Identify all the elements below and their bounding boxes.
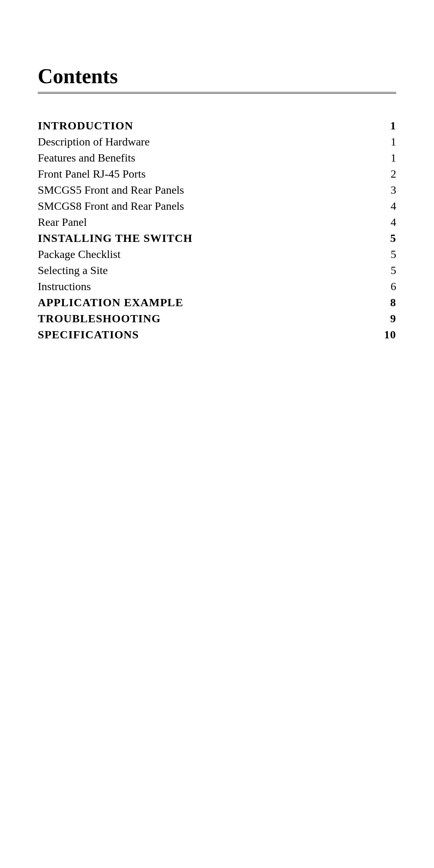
toc-label: Features and Benefits bbox=[38, 150, 372, 166]
toc-page-number: 2 bbox=[372, 166, 396, 182]
toc-row: Selecting a Site5 bbox=[38, 262, 396, 278]
toc-page-number: 6 bbox=[372, 278, 396, 295]
toc-row: Instructions6 bbox=[38, 278, 396, 295]
toc-page-number: 1 bbox=[372, 118, 396, 134]
toc-row: SMCGS8 Front and Rear Panels4 bbox=[38, 198, 396, 214]
toc-label: SPECIFICATIONS bbox=[38, 327, 372, 343]
toc-row: Features and Benefits1 bbox=[38, 150, 396, 166]
toc-row: SMCGS5 Front and Rear Panels3 bbox=[38, 182, 396, 198]
toc-page-number: 3 bbox=[372, 182, 396, 198]
toc-row: Description of Hardware1 bbox=[38, 134, 396, 150]
toc-label: SMCGS5 Front and Rear Panels bbox=[38, 182, 372, 198]
toc-label: APPLICATION EXAMPLE bbox=[38, 295, 372, 311]
toc-page-number: 5 bbox=[372, 246, 396, 262]
toc-row: Rear Panel4 bbox=[38, 214, 396, 230]
toc-label: Rear Panel bbox=[38, 214, 372, 230]
toc-label: Instructions bbox=[38, 278, 372, 295]
toc-label: INTRODUCTION bbox=[38, 118, 372, 134]
toc-page-number: 1 bbox=[372, 150, 396, 166]
toc-label: TROUBLESHOOTING bbox=[38, 311, 372, 327]
toc-row: INSTALLING THE SWITCH5 bbox=[38, 230, 396, 246]
toc-page-number: 1 bbox=[372, 134, 396, 150]
toc-page-number: 5 bbox=[372, 230, 396, 246]
toc-page-number: 8 bbox=[372, 295, 396, 311]
toc-label: Description of Hardware bbox=[38, 134, 372, 150]
toc-table: INTRODUCTION1Description of Hardware1Fea… bbox=[38, 118, 396, 343]
toc-page-number: 5 bbox=[372, 262, 396, 278]
toc-label: INSTALLING THE SWITCH bbox=[38, 230, 372, 246]
toc-row: TROUBLESHOOTING9 bbox=[38, 311, 396, 327]
toc-label: Package Checklist bbox=[38, 246, 372, 262]
toc-row: Package Checklist5 bbox=[38, 246, 396, 262]
toc-page-number: 10 bbox=[372, 327, 396, 343]
toc-row: Front Panel RJ-45 Ports2 bbox=[38, 166, 396, 182]
toc-page-number: 4 bbox=[372, 214, 396, 230]
page-title: Contents bbox=[38, 64, 396, 88]
toc-label: Front Panel RJ-45 Ports bbox=[38, 166, 372, 182]
toc-row: INTRODUCTION1 bbox=[38, 118, 396, 134]
toc-row: APPLICATION EXAMPLE8 bbox=[38, 295, 396, 311]
toc-label: Selecting a Site bbox=[38, 262, 372, 278]
toc-page-number: 9 bbox=[372, 311, 396, 327]
toc-page-number: 4 bbox=[372, 198, 396, 214]
title-divider bbox=[38, 92, 396, 94]
toc-label: SMCGS8 Front and Rear Panels bbox=[38, 198, 372, 214]
toc-row: SPECIFICATIONS10 bbox=[38, 327, 396, 343]
